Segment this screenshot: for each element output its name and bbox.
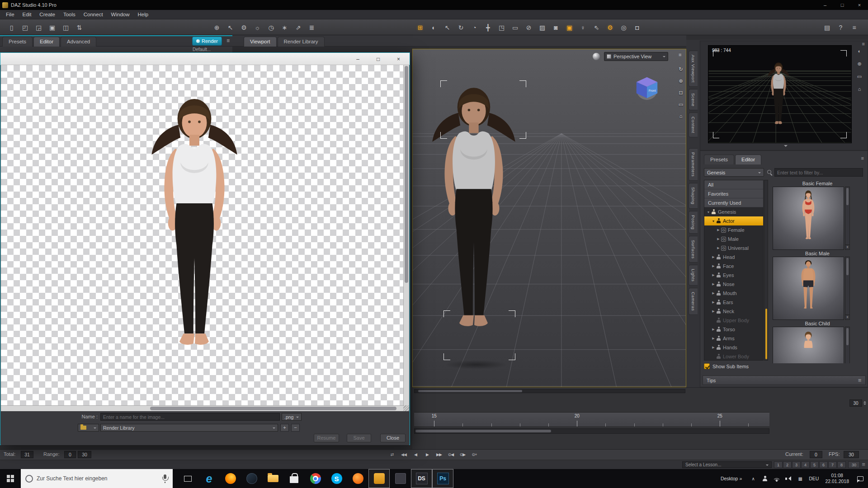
scene-figure[interactable] [416, 78, 532, 367]
library-dropdown[interactable]: Render Library [100, 424, 278, 432]
camera-tool-icon[interactable]: ▣ [563, 21, 576, 33]
clock-icon[interactable]: ◷ [265, 21, 277, 33]
home-icon[interactable]: ⌂ [856, 85, 863, 93]
toolbar-menu-icon[interactable]: ≡ [848, 21, 860, 33]
zoom-region-icon[interactable]: ⊡ [677, 89, 684, 96]
close-button[interactable]: × [851, 0, 868, 10]
orbit-tool-icon[interactable]: ◔ [468, 21, 481, 33]
dialog-minimize-button[interactable]: – [348, 53, 368, 65]
tree-item-eyes[interactable]: ▶Eyes [704, 271, 763, 280]
render-vscrollbar[interactable] [403, 65, 409, 405]
loop-button[interactable]: ⇄ [387, 450, 397, 459]
render-result-canvas[interactable] [1, 65, 409, 411]
skype-icon[interactable]: S [326, 469, 347, 488]
content-tab-presets[interactable]: Presets [704, 155, 734, 164]
main-viewport[interactable]: Perspective View ≡ ↻⊕⊡▭⌂ Front [412, 49, 686, 387]
node-select-icon[interactable]: ↖ [441, 21, 453, 33]
tree-item-ears[interactable]: ▶Ears [704, 298, 763, 307]
tips-bar[interactable]: Tips ≣ [703, 375, 866, 385]
tree-item-face[interactable]: ▶Face [704, 262, 763, 271]
store-icon[interactable] [283, 469, 305, 488]
row-end-value[interactable]: 30 [848, 461, 860, 468]
lesson-select[interactable]: Select a Lesson... [682, 461, 772, 468]
side-tab-scene[interactable]: Scene [689, 89, 698, 110]
scale-tool-icon[interactable]: ◳ [495, 21, 508, 33]
left-pane-menu-icon[interactable]: ≡ [226, 38, 230, 44]
collapse-icon[interactable]: ▼ [706, 211, 711, 214]
task-view-icon[interactable] [177, 469, 198, 488]
orbit-icon[interactable]: ↻ [677, 66, 684, 73]
frame-cell-4[interactable]: 4 [801, 461, 810, 468]
side-tab-aux-viewport[interactable]: Aux Viewport [689, 51, 698, 87]
gear-icon[interactable]: ⚙ [238, 21, 250, 33]
expand-icon[interactable]: ▶ [711, 300, 716, 304]
open-file-icon[interactable]: ◰ [19, 21, 31, 33]
timeline-scrollbar[interactable] [414, 428, 769, 434]
clock[interactable]: 01:08 22.01.2018 [821, 473, 853, 484]
draw-style-icon[interactable]: ◐ [856, 47, 863, 55]
tree-item-torso[interactable]: ▶Torso [704, 325, 763, 334]
tree-item-genesis[interactable]: ▼Genesis [704, 207, 763, 216]
render-button[interactable]: Render [192, 37, 222, 46]
expand-icon[interactable]: ▶ [711, 310, 716, 313]
play-button[interactable]: ▶ [422, 450, 432, 459]
hidden-icons-button[interactable]: ∧ [747, 469, 759, 488]
expand-icon[interactable]: ▶ [711, 291, 716, 295]
new-file-icon[interactable]: ▯ [5, 21, 18, 33]
frame-icon[interactable]: ▭ [677, 101, 684, 108]
frame-cell-3[interactable]: 3 [792, 461, 801, 468]
tree-item-all[interactable]: All [704, 180, 763, 189]
tab-advanced[interactable]: Advanced [61, 37, 96, 47]
tree-item-currently-used[interactable]: Currently Used [704, 198, 763, 207]
expand-icon[interactable]: ▶ [711, 328, 716, 331]
expand-icon[interactable]: ▶ [716, 228, 721, 232]
tree-item-arms[interactable]: ▶Arms [704, 334, 763, 343]
maximize-button[interactable]: □ [834, 0, 851, 10]
light-icon[interactable]: ☼ [251, 21, 264, 33]
content-tab-editor[interactable]: Editor [735, 155, 761, 164]
range-end-value[interactable]: 30 [78, 451, 91, 458]
frame-cell-1[interactable]: 1 [774, 461, 783, 468]
taskbar-search[interactable] [21, 469, 173, 488]
send-figure-icon[interactable]: ⇗ [292, 21, 304, 33]
extension-dropdown[interactable]: .png [282, 413, 302, 421]
lens-tool-icon[interactable]: ◎ [618, 21, 630, 33]
zoom-in-icon[interactable]: ⊕ [677, 77, 684, 84]
people-icon[interactable] [759, 469, 771, 488]
aux-viewport-canvas[interactable]: 983 : 744 [708, 45, 852, 143]
photoshop-taskbar-icon[interactable]: Ps [432, 469, 453, 488]
desktop-toolbar[interactable]: Desktop » [715, 476, 747, 481]
edge-icon[interactable]: e [198, 469, 220, 488]
side-tab-posing[interactable]: Posing [689, 211, 698, 234]
frame-cell-2[interactable]: 2 [783, 461, 792, 468]
thumb-scrollbar[interactable] [845, 327, 850, 363]
go-to-end-button[interactable]: ▶▶ [434, 450, 444, 459]
dialog-close-button[interactable]: × [388, 53, 409, 65]
menu-connect[interactable]: Connect [80, 10, 107, 19]
save-as-icon[interactable]: ◫ [60, 21, 72, 33]
node-arrow-icon[interactable]: ↖ [224, 21, 236, 33]
content-panel-menu-icon[interactable]: ≡ [861, 155, 864, 161]
timeline-menu-icon[interactable]: ≣ [862, 462, 865, 467]
help-pointer-icon[interactable]: ? [835, 21, 847, 33]
paint-tool-icon[interactable]: ◙ [550, 21, 562, 33]
thumb-scrollbar[interactable]: + [845, 257, 850, 320]
menu-create[interactable]: Create [35, 10, 59, 19]
expand-icon[interactable]: ▶ [711, 346, 716, 349]
fps-value[interactable]: 30 [844, 451, 859, 458]
frame-tool-icon[interactable]: ▭ [509, 21, 521, 33]
previous-key-button[interactable]: ⊙◀ [446, 450, 456, 459]
language-indicator[interactable]: DEU [806, 476, 821, 481]
media-app-icon[interactable] [241, 469, 262, 488]
firefox-icon[interactable] [220, 469, 241, 488]
resume-button[interactable]: Resume [314, 434, 339, 442]
aux-panel-menu-icon[interactable]: ≡ [862, 41, 865, 47]
timeline-ruler[interactable]: 152025 [414, 412, 769, 427]
expand-icon[interactable]: ▶ [716, 237, 721, 241]
list-icon[interactable]: ≣ [306, 21, 318, 33]
volume-icon[interactable] [783, 469, 794, 488]
current-value[interactable]: 0 [810, 451, 822, 458]
draw-style-sphere-icon[interactable] [593, 53, 600, 60]
surface-tool-icon[interactable]: ▨ [536, 21, 548, 33]
step-back-button[interactable]: ◀ [410, 450, 420, 459]
